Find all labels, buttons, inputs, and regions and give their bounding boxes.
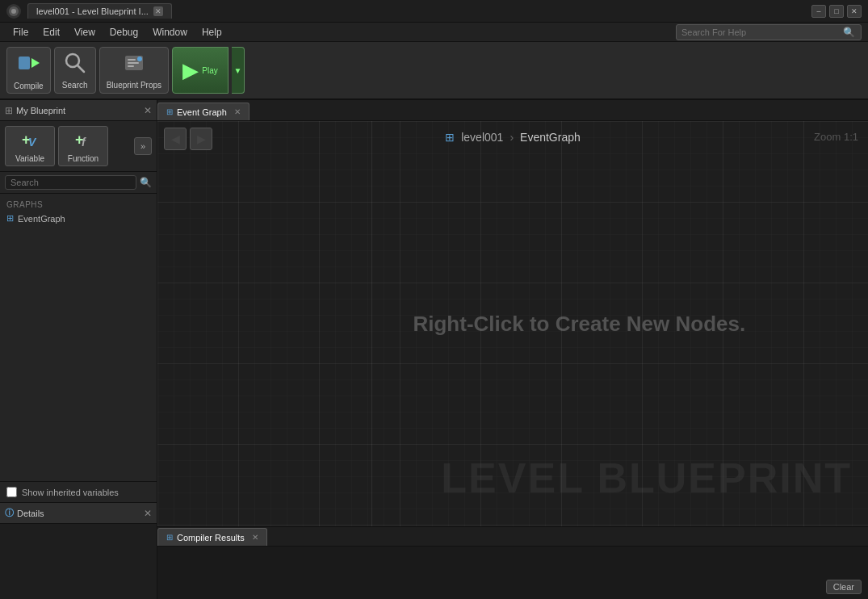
svg-rect-9 xyxy=(128,65,134,67)
menu-edit[interactable]: Edit xyxy=(36,25,66,40)
compiler-results-content: Clear xyxy=(157,547,868,599)
search-toolbar-icon xyxy=(63,51,87,79)
menu-file[interactable]: File xyxy=(6,25,35,40)
compile-label: Compile xyxy=(14,82,44,90)
details-title: Details xyxy=(17,509,140,518)
app-logo xyxy=(6,4,21,19)
event-graph-tab-close[interactable]: ✕ xyxy=(234,107,241,116)
my-blueprint-title: My Blueprint xyxy=(16,106,140,115)
event-graph-icon: ⊞ xyxy=(6,213,14,224)
blueprint-props-button[interactable]: Blueprint Props xyxy=(99,47,169,94)
play-button[interactable]: ▶ Play xyxy=(172,47,229,94)
svg-rect-7 xyxy=(128,59,136,61)
add-function-button[interactable]: + f Function xyxy=(58,126,108,166)
svg-rect-2 xyxy=(19,57,30,69)
blueprint-search-bar: 🔍 xyxy=(0,172,157,194)
svg-rect-8 xyxy=(128,62,139,64)
blueprint-search-input[interactable] xyxy=(5,175,136,190)
close-button[interactable]: ✕ xyxy=(847,5,862,18)
svg-text:V: V xyxy=(28,136,37,149)
menu-help[interactable]: Help xyxy=(195,25,229,40)
forward-arrow-button[interactable]: ▶ xyxy=(190,128,212,150)
event-graph-tab-label: Event Graph xyxy=(177,107,227,117)
help-search-icon[interactable]: 🔍 xyxy=(843,27,855,38)
event-graph-tab-icon: ⊞ xyxy=(166,107,173,116)
svg-point-1 xyxy=(11,9,16,14)
zoom-indicator: Zoom 1:1 xyxy=(814,131,858,143)
search-button[interactable]: Search xyxy=(54,47,96,94)
back-arrow-button[interactable]: ◀ xyxy=(164,128,187,150)
add-function-icon: + f xyxy=(73,130,93,153)
blueprint-tree: Graphs ⊞ EventGraph xyxy=(0,194,157,481)
compiler-results-tab[interactable]: ⊞ Compiler Results ✕ xyxy=(157,528,267,546)
inherited-variables-section: Show inherited variables xyxy=(0,481,157,502)
compiler-tab-bar: ⊞ Compiler Results ✕ xyxy=(157,527,868,547)
play-icon: ▶ xyxy=(182,58,199,83)
graphs-section-label: Graphs xyxy=(0,197,157,211)
title-tab[interactable]: level001 - Level Blueprint I... ✕ xyxy=(27,3,172,19)
tab-close-button[interactable]: ✕ xyxy=(153,6,163,16)
expand-icon: » xyxy=(140,141,145,151)
tab-label: level001 - Level Blueprint I... xyxy=(36,6,149,16)
inherited-variables-checkbox[interactable] xyxy=(6,487,17,497)
my-blueprint-panel: ⊞ My Blueprint ✕ + V Variable xyxy=(0,100,157,502)
left-panel: ⊞ My Blueprint ✕ + V Variable xyxy=(0,100,157,599)
svg-line-5 xyxy=(78,65,84,72)
blueprint-props-label: Blueprint Props xyxy=(107,81,161,90)
my-blueprint-header: ⊞ My Blueprint ✕ xyxy=(0,100,157,121)
zoom-label: Zoom 1:1 xyxy=(814,131,858,143)
svg-point-10 xyxy=(137,57,142,61)
details-panel-icon: ⓘ xyxy=(5,507,14,519)
event-graph-label: EventGraph xyxy=(18,214,65,224)
details-close-button[interactable]: ✕ xyxy=(144,508,152,519)
inherited-variables-label[interactable]: Show inherited variables xyxy=(22,488,119,497)
main-content: ⊞ My Blueprint ✕ + V Variable xyxy=(0,100,868,599)
svg-marker-3 xyxy=(31,58,40,68)
forward-arrow-icon: ▶ xyxy=(197,132,206,145)
compile-button[interactable]: Compile xyxy=(6,47,51,94)
expand-button[interactable]: » xyxy=(134,137,152,155)
svg-text:f: f xyxy=(82,136,86,149)
add-variable-button[interactable]: + V Variable xyxy=(5,126,55,166)
add-variable-label: Variable xyxy=(15,154,44,163)
compiler-tab-close[interactable]: ✕ xyxy=(252,533,258,542)
graph-tab-bar: ⊞ Event Graph ✕ xyxy=(157,100,868,121)
event-graph-tab[interactable]: ⊞ Event Graph ✕ xyxy=(157,103,249,120)
event-graph-item[interactable]: ⊞ EventGraph xyxy=(0,211,157,226)
maximize-button[interactable]: □ xyxy=(829,5,844,18)
menu-debug[interactable]: Debug xyxy=(103,25,145,40)
add-variable-icon: + V xyxy=(20,130,40,153)
minimize-button[interactable]: – xyxy=(811,5,826,18)
details-content xyxy=(0,524,157,599)
details-panel: ⓘ Details ✕ xyxy=(0,502,157,599)
details-header: ⓘ Details ✕ xyxy=(0,503,157,524)
menu-window[interactable]: Window xyxy=(146,25,194,40)
back-arrow-icon: ◀ xyxy=(171,132,180,145)
play-label: Play xyxy=(202,66,217,75)
graph-canvas[interactable]: ◀ ▶ ⊞ level001 › EventGraph Zoom 1:1 Rig… xyxy=(157,121,868,526)
help-search-bar: 🔍 xyxy=(676,24,862,40)
window-controls: – □ ✕ xyxy=(811,5,862,18)
help-search-input[interactable] xyxy=(681,27,843,37)
compiler-panel: ⊞ Compiler Results ✕ Clear xyxy=(157,526,868,599)
right-panel: ⊞ Event Graph ✕ ◀ ▶ ⊞ level001 xyxy=(157,100,868,599)
blueprint-props-icon xyxy=(122,51,146,79)
blueprint-add-toolbar: + V Variable + f Function xyxy=(0,121,157,172)
nav-arrows: ◀ ▶ xyxy=(164,128,212,150)
play-dropdown-button[interactable]: ▼ xyxy=(232,47,245,94)
search-label: Search xyxy=(62,81,88,90)
my-blueprint-close-button[interactable]: ✕ xyxy=(144,105,152,116)
blueprint-search-icon[interactable]: 🔍 xyxy=(140,177,152,188)
compile-icon xyxy=(15,50,41,80)
menu-bar: File Edit View Debug Window Help 🔍 xyxy=(0,23,868,42)
clear-button[interactable]: Clear xyxy=(826,580,862,594)
title-bar: level001 - Level Blueprint I... ✕ – □ ✕ xyxy=(0,0,868,23)
compiler-results-tab-label: Compiler Results xyxy=(177,533,245,542)
canvas-divider xyxy=(371,121,372,526)
my-blueprint-panel-icon: ⊞ xyxy=(5,105,13,116)
grid-background xyxy=(157,121,868,526)
add-function-label: Function xyxy=(68,154,99,163)
compiler-tab-icon: ⊞ xyxy=(166,533,173,542)
menu-view[interactable]: View xyxy=(68,25,102,40)
toolbar: Compile Search Blueprint Props ▶ Play ▼ xyxy=(0,42,868,100)
